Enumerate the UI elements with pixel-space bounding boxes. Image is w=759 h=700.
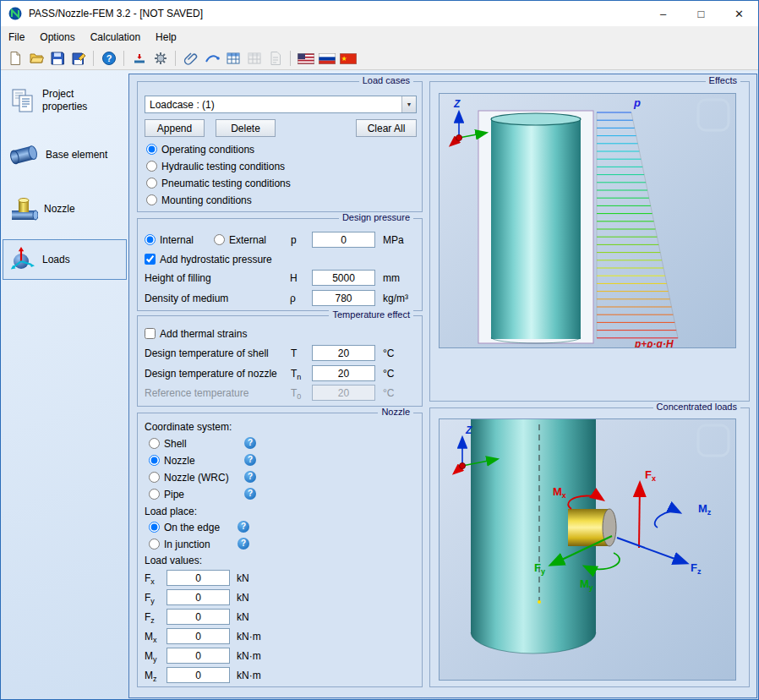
fy-input[interactable] <box>167 589 230 605</box>
loads-icon <box>9 246 36 273</box>
my-symbol: My <box>145 650 157 664</box>
radio-mounting-conditions[interactable]: Mounting conditions <box>146 194 252 206</box>
help-icon[interactable]: ? <box>99 49 118 68</box>
radio-coord-nozzle[interactable]: Nozzle <box>149 454 195 467</box>
mz-input[interactable] <box>167 667 230 683</box>
radio-coord-shell-input[interactable] <box>149 438 160 449</box>
sidebar-item-base-element[interactable]: Base element <box>3 134 127 175</box>
radio-external-input[interactable] <box>214 234 225 245</box>
height-input[interactable] <box>312 270 375 286</box>
pressure-bottom-label: p+ρ·g·H <box>634 338 674 348</box>
toolbar: ? ★ <box>1 47 758 70</box>
menu-help[interactable]: Help <box>148 28 184 46</box>
radio-internal[interactable]: Internal <box>145 233 194 246</box>
flag-en-icon[interactable] <box>296 49 315 68</box>
delete-button[interactable]: Delete <box>216 119 276 137</box>
flag-cn-icon[interactable]: ★ <box>338 49 358 68</box>
maximize-button[interactable]: □ <box>682 1 720 26</box>
open-folder-icon[interactable] <box>26 49 46 68</box>
radio-coord-shell[interactable]: Shell <box>149 437 187 450</box>
help-icon[interactable]: ? <box>244 488 256 500</box>
radio-coord-nozzle-wrc-input[interactable] <box>149 472 160 483</box>
radio-label: External <box>229 234 266 246</box>
nozzle-temp-input[interactable] <box>312 365 375 381</box>
save-as-icon[interactable] <box>68 49 88 68</box>
nozzle-cap <box>603 509 616 546</box>
shell-temp-input[interactable] <box>312 345 375 361</box>
sidebar: Project properties Base element <box>1 70 128 699</box>
sidebar-item-nozzle[interactable]: Nozzle <box>3 189 127 229</box>
fem-model-icon[interactable] <box>129 49 149 68</box>
clear-all-button[interactable]: Clear All <box>356 119 417 137</box>
help-icon[interactable]: ? <box>238 538 249 550</box>
fy-symbol: Fy <box>145 592 155 605</box>
group-title: Effects <box>706 75 740 85</box>
mz-unit: kN·m <box>237 670 261 681</box>
help-icon[interactable]: ? <box>244 437 256 449</box>
thermal-strains-checkbox-input[interactable] <box>145 328 156 339</box>
radio-operating-conditions-input[interactable] <box>146 144 157 155</box>
thermal-strains-checkbox[interactable]: Add thermal strains <box>145 327 247 340</box>
radio-coord-nozzle-wrc[interactable]: Nozzle (WRC) <box>149 471 229 484</box>
sidebar-item-project-properties[interactable]: Project properties <box>3 80 127 121</box>
dropdown-arrow-icon[interactable]: ▼ <box>401 96 416 112</box>
attach-icon[interactable] <box>181 49 200 68</box>
sidebar-item-loads[interactable]: Loads <box>3 239 127 280</box>
menu-file[interactable]: File <box>1 28 32 46</box>
radio-hydraulic-testing[interactable]: Hydraulic testing conditions <box>146 160 285 172</box>
hydrostatic-checkbox-input[interactable] <box>145 254 156 265</box>
loadcase-dropdown[interactable]: Loadcase : (1) ▼ <box>145 96 417 113</box>
concentrated-loads-3d-view[interactable]: Z Fx Mx Fy My Fz <box>439 418 736 681</box>
help-icon[interactable]: ? <box>244 471 256 483</box>
density-input[interactable] <box>312 290 375 306</box>
menu-calculation[interactable]: Calculation <box>83 28 148 46</box>
flag-ru-icon[interactable] <box>317 49 336 68</box>
radio-coord-pipe[interactable]: Pipe <box>149 488 184 500</box>
effects-3d-view[interactable]: Z <box>439 93 736 348</box>
radio-in-junction-input[interactable] <box>149 539 160 550</box>
design-pressure-group: Design pressure Internal External p MPa … <box>137 218 423 311</box>
mx-input[interactable] <box>167 628 230 644</box>
radio-on-the-edge[interactable]: On the edge <box>149 521 220 533</box>
density-label: Density of medium <box>145 293 228 304</box>
radio-label: Shell <box>164 438 187 450</box>
fz-input[interactable] <box>167 609 230 625</box>
radio-pneumatic-testing-input[interactable] <box>146 178 157 189</box>
radio-operating-conditions[interactable]: Operating conditions <box>146 143 254 156</box>
radio-pneumatic-testing[interactable]: Pneumatic testing conditions <box>146 177 291 189</box>
radio-mounting-conditions-input[interactable] <box>146 194 157 205</box>
help-icon[interactable]: ? <box>244 454 256 466</box>
base-element-icon <box>9 141 40 168</box>
settings-icon[interactable] <box>150 49 170 68</box>
pressure-top-label: p <box>633 96 641 109</box>
mesh-icon[interactable] <box>202 49 221 68</box>
hydrostatic-checkbox[interactable]: Add hydrostatic pressure <box>145 253 272 265</box>
close-button[interactable]: ✕ <box>720 1 758 26</box>
grid-icon[interactable] <box>244 49 264 68</box>
title-bar: PASS/Nozzle-FEM 3.2 - [NOT SAVED] – □ ✕ <box>1 1 758 26</box>
table-icon[interactable] <box>223 49 243 68</box>
help-icon[interactable]: ? <box>238 521 249 533</box>
radio-internal-input[interactable] <box>145 234 156 245</box>
radio-coord-nozzle-input[interactable] <box>149 455 160 466</box>
toolbar-separator <box>93 51 94 66</box>
new-file-icon[interactable] <box>5 49 25 68</box>
menu-options[interactable]: Options <box>32 28 82 46</box>
density-unit: kg/m³ <box>383 293 408 304</box>
fx-input[interactable] <box>167 570 230 586</box>
app-window: PASS/Nozzle-FEM 3.2 - [NOT SAVED] – □ ✕ … <box>0 0 759 700</box>
shell-cylinder <box>491 118 581 339</box>
save-icon[interactable] <box>47 49 67 68</box>
radio-in-junction[interactable]: In junction <box>149 538 210 550</box>
minimize-button[interactable]: – <box>644 1 682 26</box>
append-button[interactable]: Append <box>145 119 205 137</box>
pressure-input[interactable] <box>312 232 375 248</box>
radio-hydraulic-testing-input[interactable] <box>146 161 157 172</box>
radio-coord-pipe-input[interactable] <box>149 489 160 500</box>
my-input[interactable] <box>167 648 230 664</box>
radio-on-the-edge-input[interactable] <box>149 522 160 533</box>
height-symbol: H <box>290 272 298 284</box>
radio-external[interactable]: External <box>214 233 266 246</box>
report-icon[interactable] <box>265 49 285 68</box>
svg-text:★: ★ <box>341 54 347 62</box>
